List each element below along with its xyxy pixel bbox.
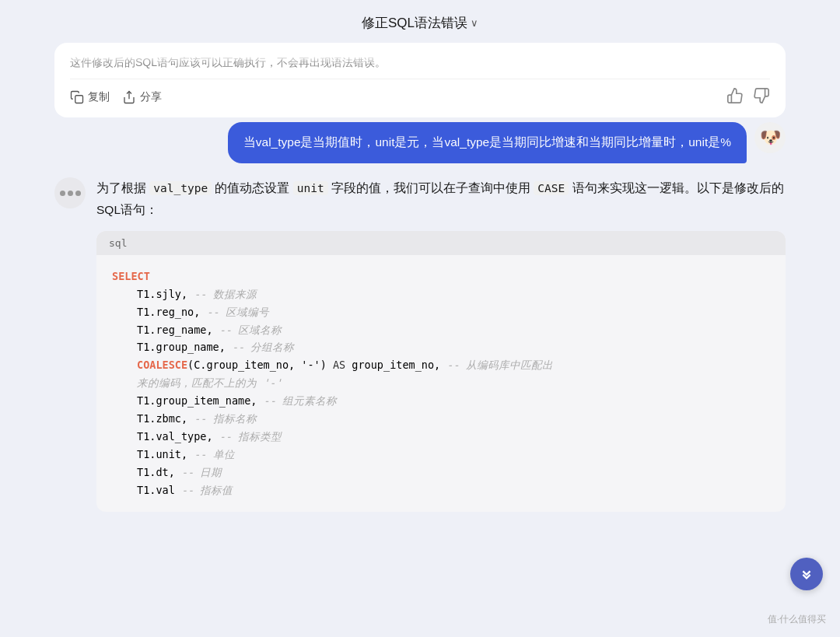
- previous-message-text: 这件修改后的SQL语句应该可以正确执行，不会再出现语法错误。: [70, 54, 770, 71]
- scroll-to-bottom-button[interactable]: [790, 558, 823, 590]
- action-bar-left: 复制 分享: [70, 90, 162, 104]
- ai-content: 为了根据 val_type 的值动态设置 unit 字段的值，我们可以在子查询中…: [96, 177, 786, 512]
- ai-avatar-dots: [60, 191, 81, 196]
- comment-coalesce2: 来的编码，匹配不上的为 '-': [137, 376, 282, 389]
- keyword-as: AS: [333, 359, 345, 371]
- feedback-buttons: [726, 87, 770, 107]
- code-line-regno: T1.reg_no, -- 区域编号: [112, 303, 770, 321]
- code-line-val: T1.val -- 指标值: [112, 481, 770, 499]
- code-block-body: SELECT T1.sjly, -- 数据来源 T1.reg_no, -- 区域…: [96, 255, 786, 512]
- inline-code-case: CASE: [534, 181, 569, 195]
- copy-label: 复制: [88, 90, 110, 104]
- comment-regname: -- 区域名称: [219, 324, 282, 336]
- header-title: 修正SQL语法错误 ∨: [362, 14, 478, 32]
- ai-avatar-dot-2: [68, 191, 73, 196]
- inline-code-unit: unit: [293, 181, 328, 195]
- inline-code-val-type: val_type: [149, 181, 212, 195]
- code-line-groupname: T1.group_name, -- 分组名称: [112, 338, 770, 356]
- thumbs-down-icon: [753, 87, 770, 104]
- thumbs-down-button[interactable]: [753, 87, 770, 107]
- title-text: 修正SQL语法错误: [362, 14, 467, 32]
- svg-rect-0: [75, 96, 83, 103]
- thumbs-up-icon: [726, 87, 744, 104]
- ai-avatar: [54, 177, 86, 208]
- comment-zbmc: -- 指标名称: [194, 412, 256, 425]
- chevron-double-down-icon: [798, 565, 815, 583]
- code-line-groupitemname: T1.group_item_name, -- 组元素名称: [112, 392, 770, 410]
- comment-regno: -- 区域编号: [206, 306, 268, 318]
- comment-val: -- 指标值: [181, 484, 233, 496]
- comment-groupname: -- 分组名称: [232, 341, 294, 353]
- header: 修正SQL语法错误 ∨: [0, 0, 840, 43]
- code-line-sjly: T1.sjly, -- 数据来源: [112, 285, 770, 303]
- copy-button[interactable]: 复制: [70, 90, 110, 104]
- share-icon: [122, 90, 136, 104]
- code-line-regname: T1.reg_name, -- 区域名称: [112, 321, 770, 339]
- share-button[interactable]: 分享: [122, 90, 162, 104]
- comment-valtype: -- 指标类型: [219, 430, 282, 443]
- action-bar: 复制 分享: [70, 79, 770, 107]
- code-line-coalesce: COALESCE(C.group_item_no, '-') AS group_…: [112, 356, 770, 374]
- ai-intro-text: 为了根据 val_type 的值动态设置 unit 字段的值，我们可以在子查询中…: [96, 177, 786, 220]
- ai-avatar-dot-3: [75, 191, 81, 196]
- copy-icon: [70, 90, 84, 104]
- thumbs-up-button[interactable]: [726, 87, 744, 107]
- watermark: 值·什么值得买: [768, 613, 826, 626]
- code-line-select: SELECT: [112, 268, 770, 285]
- code-line-zbmc: T1.zbmc, -- 指标名称: [112, 410, 770, 428]
- code-block: sql SELECT T1.sjly, -- 数据来源 T1.reg_no, -…: [96, 231, 786, 512]
- comment-coalesce: -- 从编码库中匹配出: [446, 359, 552, 371]
- page-container: 修正SQL语法错误 ∨ 这件修改后的SQL语句应该可以正确执行，不会再出现语法错…: [0, 0, 840, 637]
- code-line-valtype: T1.val_type, -- 指标类型: [112, 428, 770, 446]
- ai-avatar-dot-1: [60, 191, 65, 196]
- chevron-down-icon[interactable]: ∨: [471, 17, 478, 29]
- chat-area: 这件修改后的SQL语句应该可以正确执行，不会再出现语法错误。 复制: [0, 43, 840, 637]
- ai-message-row: 为了根据 val_type 的值动态设置 unit 字段的值，我们可以在子查询中…: [54, 177, 786, 512]
- share-label: 分享: [140, 90, 162, 104]
- comment-groupitemname: -- 组元素名称: [264, 394, 337, 407]
- keyword-coalesce: COALESCE: [137, 359, 187, 371]
- code-line-coalesce2: 来的编码，匹配不上的为 '-': [112, 374, 770, 392]
- comment-dt: -- 日期: [181, 466, 222, 478]
- user-bubble: 当val_type是当期值时，unit是元，当val_type是当期同比增速和当…: [228, 122, 747, 163]
- code-line-unit: T1.unit, -- 单位: [112, 446, 770, 464]
- previous-message-card: 这件修改后的SQL语句应该可以正确执行，不会再出现语法错误。 复制: [54, 43, 786, 117]
- comment-unit: -- 单位: [194, 448, 234, 460]
- comment-sjly: -- 数据来源: [194, 288, 256, 300]
- keyword-select: SELECT: [112, 270, 150, 282]
- user-message-row: 当val_type是当期值时，unit是元，当val_type是当期同比增速和当…: [54, 122, 786, 163]
- user-avatar: 🐶: [754, 122, 786, 153]
- code-block-header: sql: [96, 231, 786, 255]
- user-avatar-emoji: 🐶: [760, 128, 781, 148]
- code-line-dt: T1.dt, -- 日期: [112, 464, 770, 481]
